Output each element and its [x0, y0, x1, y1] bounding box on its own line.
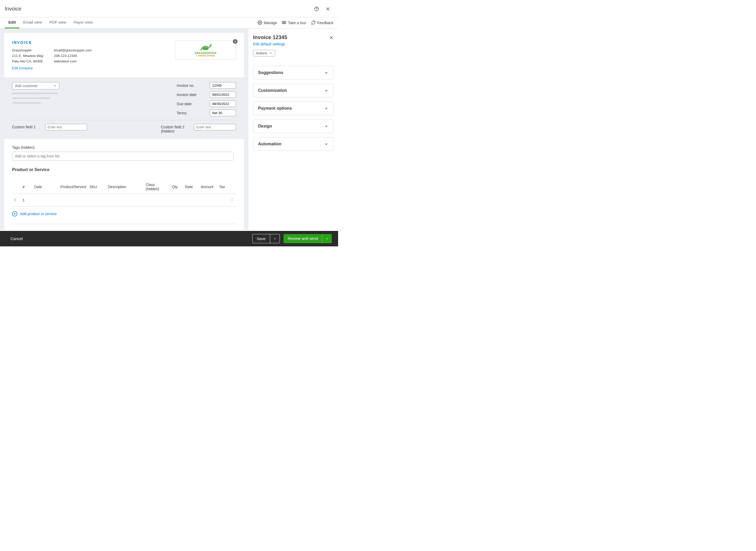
company-name: Grasshopper	[12, 48, 43, 53]
tab-payor-view[interactable]: Payor view	[70, 17, 96, 28]
accordion-suggestions[interactable]: Suggestions	[253, 66, 333, 79]
feedback-label: Feedback	[317, 21, 333, 25]
accordion-automation[interactable]: Automation	[253, 137, 333, 151]
col-class: Class (hidden)	[144, 180, 170, 194]
remove-logo-icon[interactable]	[233, 39, 238, 44]
close-panel-icon[interactable]	[329, 35, 333, 40]
terms-input[interactable]	[210, 110, 236, 116]
tab-pdf-view[interactable]: PDF view	[46, 17, 70, 28]
gear-icon	[258, 20, 262, 26]
save-button[interactable]: Save	[253, 234, 270, 243]
invoice-no-input[interactable]	[210, 82, 236, 89]
actions-label: Actions	[256, 51, 267, 55]
company-email: email@grasshopper.com	[54, 48, 92, 53]
chevron-down-icon	[324, 142, 328, 146]
accordion-label: Payment options	[258, 106, 292, 111]
help-icon[interactable]	[314, 6, 319, 12]
add-customer-select[interactable]: Add customer	[12, 82, 59, 89]
accordion-label: Automation	[258, 142, 281, 146]
edit-company-link[interactable]: Edit company	[12, 66, 33, 71]
svg-point-2	[259, 22, 261, 23]
company-block-right: email@grasshopper.com 206-123-12345 webs…	[54, 48, 92, 71]
row-num: 1	[21, 194, 33, 206]
divider	[12, 224, 236, 224]
chevron-down-icon	[53, 84, 56, 87]
col-tax: Tax	[218, 180, 228, 194]
invoice-no-label: Invoice no.	[177, 83, 206, 88]
due-date-input[interactable]	[210, 100, 236, 107]
col-amount: Amount	[199, 180, 218, 194]
col-product: Product/Service	[59, 180, 88, 194]
manage-button[interactable]: Manage	[258, 20, 277, 26]
add-line-label: Add product or service	[20, 212, 57, 216]
col-sku: SKU	[88, 180, 106, 194]
tags-input[interactable]	[12, 152, 233, 160]
company-block-left: Grasshopper 111 E. Meadow Way Palo Alto …	[12, 48, 43, 71]
review-send-button[interactable]: Review and send	[284, 234, 322, 243]
invoice-date-input[interactable]	[210, 91, 236, 98]
take-tour-label: Take a tour	[288, 21, 306, 25]
add-line-button[interactable]: + Add product or service	[12, 211, 236, 216]
delete-row-icon[interactable]	[230, 198, 234, 202]
add-customer-placeholder: Add customer	[15, 84, 38, 88]
lines-heading: Product or Service	[12, 167, 236, 172]
col-description: Description	[106, 180, 144, 194]
line-items-table: # Date Product/Service SKU Description C…	[12, 180, 236, 206]
col-date: Date	[33, 180, 59, 194]
review-send-caret[interactable]	[322, 234, 332, 243]
accordion-design[interactable]: Design	[253, 119, 333, 133]
terms-label: Terms	[177, 111, 206, 115]
save-caret[interactable]	[270, 234, 280, 243]
chevron-down-icon	[324, 88, 328, 93]
accordion-label: Design	[258, 124, 272, 128]
company-website: websiteurl.com	[54, 59, 92, 64]
accordion-payment-options[interactable]: Payment options	[253, 101, 333, 115]
actions-dropdown[interactable]: Actions	[253, 50, 275, 56]
customer-skeleton-line	[12, 102, 41, 104]
custom-field-1-label: Custom field 1	[12, 124, 41, 129]
accordion-label: Suggestions	[258, 70, 283, 75]
edit-default-settings-link[interactable]: Edit default settings	[253, 42, 333, 46]
save-split-button: Save	[252, 234, 280, 243]
svg-point-1	[316, 10, 317, 10]
company-phone: 206-123-12345	[54, 53, 92, 59]
feedback-button[interactable]: Feedback	[311, 20, 333, 26]
svg-rect-4	[283, 23, 286, 24]
company-city: Palo Alto CA. 94306	[12, 59, 43, 64]
tour-icon	[282, 20, 286, 26]
review-send-split-button: Review and send	[284, 234, 332, 243]
custom-field-2-input[interactable]	[194, 124, 236, 130]
take-tour-button[interactable]: Take a tour	[282, 20, 306, 26]
tabs: Edit Email view PDF view Payor view	[5, 17, 97, 28]
chevron-down-icon	[324, 71, 328, 75]
close-icon[interactable]	[326, 7, 330, 11]
plus-circle-icon: +	[12, 211, 17, 216]
drag-handle-icon[interactable]: ⠿	[14, 198, 16, 202]
table-row[interactable]: ⠿ 1	[12, 194, 236, 206]
customer-skeleton-line	[12, 93, 58, 94]
col-qty: Qty	[170, 180, 183, 194]
invoice-date-label: Invoice date	[177, 93, 206, 97]
feedback-icon	[311, 20, 316, 26]
col-num: #	[21, 180, 33, 194]
chevron-down-icon	[324, 106, 328, 110]
svg-point-5	[203, 47, 209, 50]
tab-email-view[interactable]: Email view	[19, 17, 46, 28]
svg-rect-3	[283, 21, 286, 22]
company-street: 111 E. Meadow Way	[12, 53, 43, 59]
tags-label: Tags (hidden):	[12, 145, 236, 149]
logo-dropzone[interactable]: GRASSHOPPER LANDSCAPING	[175, 41, 236, 60]
manage-label: Manage	[264, 21, 277, 25]
due-date-label: Due date	[177, 102, 206, 106]
right-panel-title: Invoice 12345	[253, 34, 287, 40]
tab-edit[interactable]: Edit	[5, 17, 19, 28]
accordion-customization[interactable]: Customization	[253, 84, 333, 97]
custom-field-1-input[interactable]	[45, 124, 87, 130]
col-rate: Rate	[183, 180, 199, 194]
cancel-button[interactable]: Cancel	[10, 236, 23, 241]
logo-text-2: LANDSCAPING	[195, 55, 216, 57]
customer-skeleton-line	[12, 97, 50, 99]
logo-text-1: GRASSHOPPER	[195, 52, 216, 55]
accordion-label: Customization	[258, 88, 287, 93]
logo-image: GRASSHOPPER LANDSCAPING	[195, 43, 216, 57]
